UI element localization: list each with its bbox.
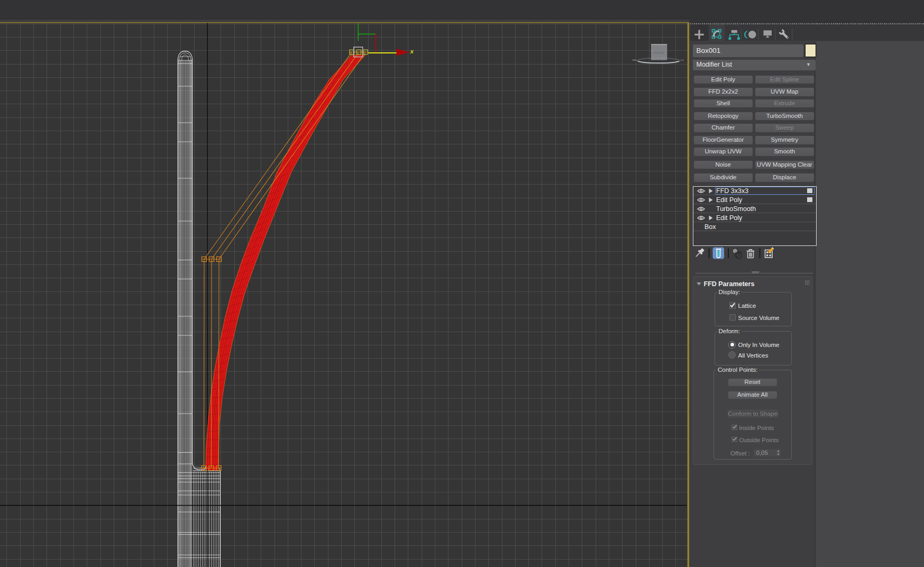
svg-text:x: x — [410, 48, 414, 54]
svg-text:FRONT: FRONT — [653, 51, 665, 54]
